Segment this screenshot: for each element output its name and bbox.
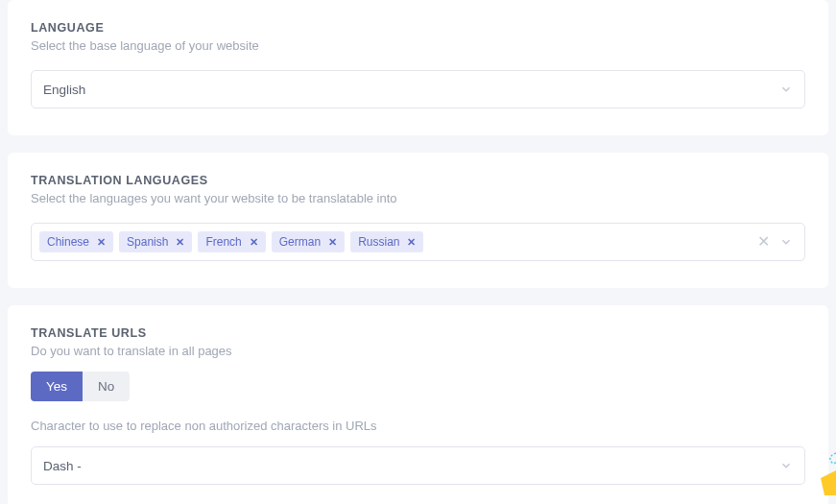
close-icon[interactable]: ✕	[97, 236, 106, 249]
language-select-value: English	[43, 83, 779, 97]
translation-card: TRANSLATION LANGUAGES Select the languag…	[8, 153, 828, 288]
tag-chinese[interactable]: Chinese ✕	[39, 231, 113, 252]
tag-label: French	[205, 235, 241, 249]
tag-russian[interactable]: Russian ✕	[350, 231, 423, 252]
language-title: LANGUAGE	[31, 21, 805, 35]
translation-multiselect[interactable]: Chinese ✕ Spanish ✕ French ✕ German ✕ Ru…	[31, 223, 805, 261]
close-icon[interactable]: ✕	[328, 236, 337, 249]
url-char-select[interactable]: Dash -	[31, 446, 805, 485]
tag-german[interactable]: German ✕	[272, 231, 345, 252]
url-char-value: Dash -	[43, 459, 779, 473]
tag-label: Spanish	[127, 235, 168, 249]
clear-all-icon[interactable]: ✕	[757, 234, 770, 250]
translate-urls-card: TRANSLATE URLS Do you want to translate …	[8, 305, 828, 504]
yes-button[interactable]: Yes	[31, 372, 83, 401]
language-subtitle: Select the base language of your website	[31, 38, 805, 53]
close-icon[interactable]: ✕	[407, 236, 416, 249]
close-icon[interactable]: ✕	[250, 236, 258, 249]
chevron-down-icon	[779, 459, 793, 472]
tag-spanish[interactable]: Spanish ✕	[119, 231, 192, 252]
urls-question: Do you want to translate in all pages	[31, 344, 805, 358]
translation-title: TRANSLATION LANGUAGES	[31, 174, 805, 187]
no-button[interactable]: No	[83, 372, 130, 401]
language-card: LANGUAGE Select the base language of you…	[8, 0, 828, 135]
char-label: Character to use to replace non authoriz…	[31, 419, 805, 433]
language-select[interactable]: English	[31, 70, 805, 108]
tag-label: German	[279, 235, 321, 249]
urls-title: TRANSLATE URLS	[31, 326, 805, 340]
tags-container: Chinese ✕ Spanish ✕ French ✕ German ✕ Ru…	[39, 231, 752, 252]
tag-french[interactable]: French ✕	[198, 231, 265, 252]
tag-label: Chinese	[47, 235, 89, 249]
multiselect-actions: ✕	[757, 234, 797, 250]
close-icon[interactable]: ✕	[176, 236, 184, 249]
chevron-down-icon	[779, 83, 793, 96]
tag-label: Russian	[358, 235, 399, 249]
chevron-down-icon[interactable]	[779, 235, 793, 249]
translation-subtitle: Select the languages you want your websi…	[31, 191, 805, 205]
translate-toggle: Yes No	[31, 372, 130, 401]
